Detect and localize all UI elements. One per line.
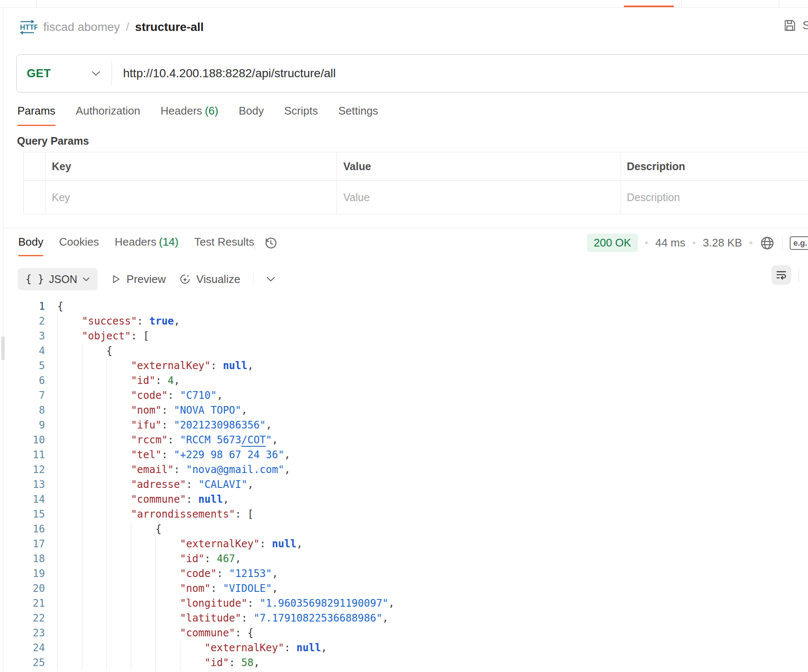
indent-guide <box>155 655 180 670</box>
line-number: 11 <box>0 448 45 462</box>
code-token: : <box>155 375 168 386</box>
code-token: "7.17910822536688986" <box>253 612 382 624</box>
toolbar-divider <box>253 273 253 286</box>
indent-guide <box>180 641 205 655</box>
code-token: : <box>174 464 186 476</box>
code-token: "object" <box>82 330 131 342</box>
line-number: 8 <box>0 403 45 418</box>
save-as-example-button[interactable]: e.g. <box>790 236 808 250</box>
save-icon <box>783 19 797 32</box>
code-token: , <box>382 612 388 624</box>
tab-params[interactable]: Params <box>17 104 56 126</box>
indent-guide <box>57 492 82 507</box>
code-token: { <box>57 300 63 312</box>
code-line-content: "arrondissements": [ <box>57 507 253 522</box>
indent-guide <box>107 462 131 477</box>
tab-divider <box>681 0 682 7</box>
code-line-content: "id": 4, <box>57 373 180 388</box>
save-button[interactable]: S <box>783 19 808 32</box>
description-input[interactable]: Description <box>627 191 680 204</box>
tab-authorization[interactable]: Authorization <box>76 104 140 126</box>
code-token: , <box>266 419 272 431</box>
method-dropdown[interactable]: GET <box>17 55 112 92</box>
code-token: 4 <box>168 375 174 386</box>
value-input[interactable]: Value <box>343 191 370 204</box>
response-size[interactable]: 3.28 KB <box>703 236 742 249</box>
indent-guide <box>82 418 107 433</box>
tab-scripts[interactable]: Scripts <box>284 104 318 126</box>
code-line-content: "nom": "VIDOLE", <box>57 581 278 596</box>
breadcrumb-request-name[interactable]: structure-all <box>135 20 204 34</box>
indent-guide <box>82 655 107 670</box>
code-line: 6"id": 4, <box>0 373 808 388</box>
code-token: , <box>272 582 278 594</box>
code-token: : <box>241 612 253 624</box>
tab-cookies[interactable]: Cookies <box>59 235 99 256</box>
indent-guide <box>131 522 155 537</box>
tab-response-headers[interactable]: Headers(14) <box>115 235 179 256</box>
indent-guide <box>107 611 131 626</box>
code-token: "id" <box>180 553 205 565</box>
preview-button[interactable]: Preview <box>110 273 166 286</box>
code-line-content: "commune": null, <box>57 492 229 507</box>
breadcrumb-collection[interactable]: fiscad abomey <box>43 20 120 34</box>
indent-guide <box>82 462 107 477</box>
tab-test-results[interactable]: Test Results <box>194 235 255 256</box>
line-number: 22 <box>0 611 45 626</box>
line-number: 21 <box>0 596 45 611</box>
tab-body[interactable]: Body <box>238 104 264 126</box>
response-history-icon[interactable] <box>264 236 278 250</box>
code-token: " <box>266 434 272 446</box>
row-checkbox-cell[interactable] <box>24 181 45 214</box>
save-label: S <box>802 19 808 32</box>
chevron-down-icon[interactable] <box>266 276 275 282</box>
network-globe-icon[interactable] <box>760 235 775 251</box>
tab-headers[interactable]: Headers(6) <box>160 104 218 126</box>
code-token: "id" <box>205 657 229 669</box>
indent-guide <box>131 552 155 566</box>
code-line: 23"commune": { <box>0 626 808 641</box>
response-body-editor[interactable]: 1{2"success": true,3"object": [4{5"exter… <box>0 299 808 672</box>
indent-guide <box>107 537 131 552</box>
select-all-cell[interactable] <box>24 152 45 180</box>
line-number: 6 <box>0 373 45 388</box>
url-input[interactable]: http://10.4.200.188:8282/api/structure/a… <box>112 67 336 80</box>
line-number: 12 <box>0 462 45 477</box>
key-input[interactable]: Key <box>52 191 70 204</box>
code-token: "latitude" <box>180 612 241 624</box>
detected-link[interactable]: /COT <box>241 434 266 446</box>
chevron-down-icon <box>91 70 101 76</box>
code-line: 24"externalKey": null, <box>0 641 808 655</box>
code-line-content: "ifu": "2021230986356", <box>57 418 272 433</box>
request-tab-strip[interactable] <box>0 0 808 8</box>
tab-settings[interactable]: Settings <box>338 104 378 126</box>
status-badge[interactable]: 200 OK <box>587 234 638 252</box>
code-line-content: { <box>57 344 112 358</box>
code-token: , <box>388 597 394 609</box>
indent-guide <box>107 418 131 433</box>
indent-guide <box>131 537 155 552</box>
visualize-button[interactable]: Visualize <box>179 273 241 286</box>
code-line-content: "object": [ <box>57 329 149 344</box>
response-time[interactable]: 44 ms <box>655 236 685 249</box>
code-line: 3"object": [ <box>0 329 808 344</box>
indent-guide <box>57 403 82 418</box>
code-line: 12"email": "nova@gmail.com", <box>0 462 808 477</box>
tab-response-body[interactable]: Body <box>18 235 43 256</box>
format-dropdown[interactable]: { } JSON <box>18 268 98 290</box>
request-tabs: Params Authorization Headers(6) Body Scr… <box>17 104 378 126</box>
indent-guide <box>131 596 155 611</box>
code-token: , <box>241 404 247 416</box>
code-line: 11"tel": "+229 98 67 24 36", <box>0 448 808 462</box>
code-token: : <box>229 657 241 669</box>
indent-guide <box>57 477 82 492</box>
line-number: 13 <box>0 477 45 492</box>
code-token: "arrondissements" <box>131 508 235 520</box>
code-token: : <box>186 479 198 490</box>
indent-guide <box>107 373 131 388</box>
indent-guide <box>107 477 131 492</box>
indent-guide <box>107 581 131 596</box>
indent-guide <box>155 596 180 611</box>
code-token: : [ <box>235 508 253 520</box>
wrap-text-button[interactable] <box>772 265 791 285</box>
